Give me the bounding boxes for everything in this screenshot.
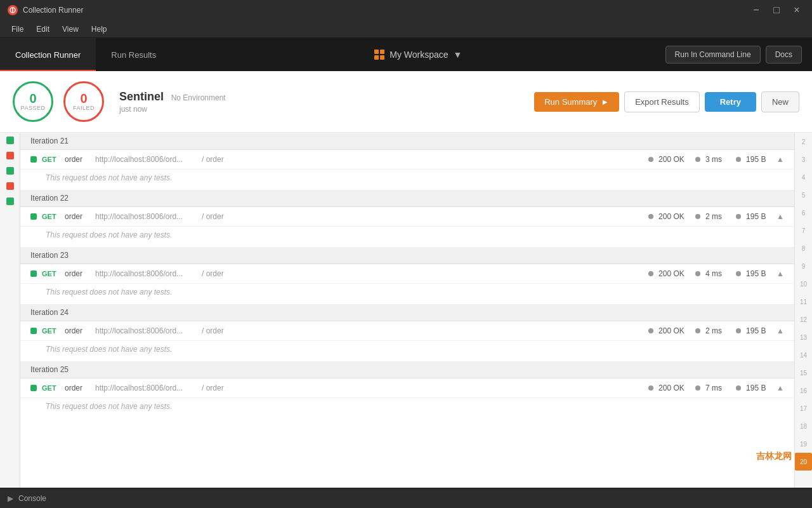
docs-button[interactable]: Docs [766,46,802,64]
console-label: Console [18,494,46,503]
line-number-17: 17 [795,399,812,417]
iteration-header-2: Iteration 23 [20,247,794,264]
nav-right-actions: Run In Command Line Docs [665,46,812,64]
response-size: 195 B [746,326,771,335]
menu-file[interactable]: File [5,22,30,36]
request-url: http://localhost:8006/ord... [95,326,197,335]
request-url: http://localhost:8006/ord... [95,155,197,164]
response-time-dot [695,214,700,219]
request-row[interactable]: GET order http://localhost:8006/ord... /… [20,321,794,341]
line-number-14: 14 [795,346,812,364]
iteration-header-4: Iteration 25 [20,361,794,378]
response-status-dot [648,214,653,219]
request-path: / order [202,212,224,221]
run-summary-button[interactable]: Run Summary ► [534,92,619,112]
retry-button[interactable]: Retry [705,92,756,112]
line-number-16: 16 [795,382,812,399]
console-bar: ▶ Console [0,488,812,508]
line-number-6: 6 [795,204,812,222]
left-indicators [0,133,20,488]
request-url: http://localhost:8006/ord... [95,269,197,278]
response-size: 195 B [746,269,771,278]
response-time: 4 ms [705,269,731,278]
window-controls: − □ × [749,3,804,18]
title-bar: Collection Runner − □ × [0,0,812,20]
iteration-header-1: Iteration 22 [20,190,794,207]
request-name: order [65,155,90,164]
request-name: order [65,269,90,278]
console-icon: ▶ [8,494,13,503]
response-time-dot [695,385,700,391]
line-number-12: 12 [795,311,812,328]
iteration-header-0: Iteration 21 [20,133,794,150]
request-url: http://localhost:8006/ord... [95,384,197,392]
no-tests-message: This request does not have any tests. [20,170,794,190]
collapse-icon[interactable]: ▲ [776,326,784,335]
request-url: http://localhost:8006/ord... [95,212,197,221]
menu-view[interactable]: View [56,22,85,36]
response-size: 195 B [746,155,771,164]
response-time-dot [695,271,700,276]
status-dot [30,385,37,391]
chevron-down-icon: ▼ [454,50,462,60]
collection-info: Sentinel No Environment just now [119,90,226,114]
results-list: Iteration 21 GET order http://localhost:… [20,133,794,488]
line-number-4: 4 [795,168,812,186]
new-button[interactable]: New [761,91,799,112]
no-tests-message: This request does not have any tests. [20,227,794,247]
chevron-icon: ► [601,97,609,107]
tab-collection-runner[interactable]: Collection Runner [0,38,96,71]
request-path: / order [202,326,224,335]
response-status-dot [648,271,653,276]
run-in-command-line-button[interactable]: Run In Command Line [665,46,761,64]
passed-label: PASSED [21,105,46,111]
request-row[interactable]: GET order http://localhost:8006/ord... /… [20,264,794,284]
collection-name: Sentinel [119,90,164,103]
collapse-icon[interactable]: ▲ [776,212,784,221]
tab-run-results[interactable]: Run Results [96,38,171,71]
line-number-2: 2 [795,133,812,150]
main-content: 0 PASSED 0 FAILED Sentinel No Environmen… [0,71,812,488]
line-number-19: 19 [795,435,812,453]
request-name: order [65,326,90,335]
export-results-button[interactable]: Export Results [624,91,700,112]
response-status: 200 OK [658,155,690,164]
response-size: 195 B [746,384,771,392]
results-area: Iteration 21 GET order http://localhost:… [0,133,812,488]
request-path: / order [202,155,224,164]
request-path: / order [202,384,224,392]
collapse-icon[interactable]: ▲ [776,384,784,392]
line-number-5: 5 [795,186,812,204]
response-size: 195 B [746,212,771,221]
collapse-icon[interactable]: ▲ [776,269,784,278]
iteration-header-3: Iteration 24 [20,304,794,321]
response-size-dot [736,157,741,162]
request-row[interactable]: GET order http://localhost:8006/ord... /… [20,207,794,227]
request-row[interactable]: GET order http://localhost:8006/ord... /… [20,150,794,170]
indicator-5 [6,197,14,205]
failed-label: FAILED [73,105,95,111]
collection-environment: No Environment [171,93,226,102]
menu-help[interactable]: Help [85,22,114,36]
response-status: 200 OK [658,212,690,221]
menu-edit[interactable]: Edit [30,22,56,36]
method-badge: GET [42,327,60,335]
method-badge: GET [42,270,60,277]
response-status: 200 OK [658,384,690,392]
line-number-13: 13 [795,328,812,346]
status-dot [30,213,37,220]
workspace-selector[interactable]: My Workspace ▼ [365,46,471,64]
status-dot [30,156,37,163]
failed-count: 0 [80,92,87,105]
minimize-button[interactable]: − [749,3,764,18]
close-button[interactable]: × [789,3,804,18]
request-row[interactable]: GET order http://localhost:8006/ord... /… [20,378,794,398]
watermark: 吉林龙网 [756,451,792,462]
collapse-icon[interactable]: ▲ [776,155,784,164]
workspace-label: My Workspace [390,50,448,60]
collection-time: just now [119,105,226,114]
line-number-7: 7 [795,222,812,239]
method-badge: GET [42,156,60,163]
status-dot [30,328,37,334]
maximize-button[interactable]: □ [769,3,784,18]
